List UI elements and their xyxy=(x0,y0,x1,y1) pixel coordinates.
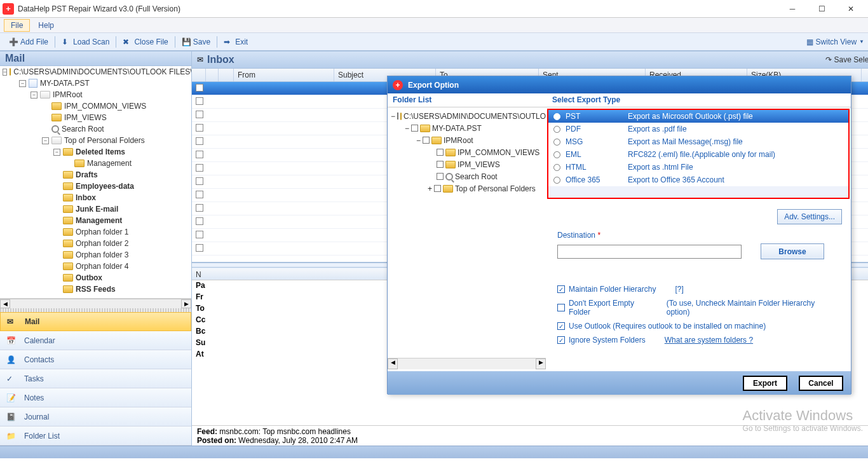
row-checkbox[interactable] xyxy=(196,177,203,185)
minimize-button[interactable]: ─ xyxy=(778,0,807,18)
save-button[interactable]: 💾Save xyxy=(177,35,215,49)
export-type-pdf[interactable]: PDFExport as .pdf file xyxy=(548,123,848,135)
column-header[interactable] xyxy=(206,69,219,81)
tree-node[interactable]: Inbox xyxy=(0,192,191,203)
row-checkbox[interactable] xyxy=(196,137,203,145)
radio-button[interactable] xyxy=(553,113,560,120)
tree-node[interactable]: Orphan folder 1 xyxy=(0,226,191,238)
node-checkbox[interactable] xyxy=(437,173,444,180)
row-checkbox[interactable] xyxy=(196,231,203,238)
nav-mail[interactable]: ✉Mail xyxy=(0,312,191,331)
nav-contacts[interactable]: 👤Contacts xyxy=(0,350,191,369)
expand-toggle[interactable]: − xyxy=(42,137,49,144)
radio-button[interactable] xyxy=(553,164,560,171)
node-checkbox[interactable] xyxy=(434,185,441,192)
expand-toggle[interactable]: + xyxy=(428,184,432,193)
modal-tree-h-scrollbar[interactable]: ◀▶ xyxy=(388,358,546,369)
tree-node[interactable]: −IPMRoot xyxy=(0,89,191,100)
menu-file[interactable]: File xyxy=(4,19,30,32)
row-checkbox[interactable] xyxy=(196,164,203,172)
export-type-html[interactable]: HTMLExport as .html File xyxy=(548,161,848,174)
nav-calendar[interactable]: 📅Calendar xyxy=(0,331,191,350)
tree-node[interactable]: Outbox xyxy=(0,272,191,283)
tree-node[interactable]: Orphan folder 4 xyxy=(0,261,191,272)
destination-input[interactable] xyxy=(557,245,742,259)
tree-node[interactable]: Orphan folder 3 xyxy=(0,249,191,261)
export-tree-node[interactable]: Search Root xyxy=(389,170,545,182)
row-checkbox[interactable] xyxy=(196,97,203,105)
export-type-pst[interactable]: PSTExport as Microsoft Outlook (.pst) fi… xyxy=(548,110,848,123)
maintain-hierarchy-checkbox[interactable] xyxy=(557,285,565,293)
tree-node[interactable]: −Top of Personal Folders xyxy=(0,135,191,146)
tree-node[interactable]: IPM_VIEWS xyxy=(0,112,191,123)
nav-journal[interactable]: 📓Journal xyxy=(0,407,191,426)
column-header[interactable] xyxy=(192,69,206,81)
tree-node[interactable]: Junk E-mail xyxy=(0,203,191,215)
radio-button[interactable] xyxy=(553,139,560,146)
close-file-button[interactable]: ✖Close File xyxy=(118,35,173,49)
expand-toggle[interactable]: − xyxy=(19,80,26,87)
folder-tree[interactable]: −C:\USERS\ADMIN\DOCUMENTS\OUTLOOK FILES\… xyxy=(0,66,191,299)
node-checkbox[interactable] xyxy=(437,149,444,156)
tree-node[interactable]: Search Root xyxy=(0,123,191,135)
node-checkbox[interactable] xyxy=(423,137,430,144)
expand-toggle[interactable]: − xyxy=(405,124,409,133)
row-checkbox[interactable] xyxy=(196,84,203,92)
save-selected-button[interactable]: ↷Save Selected xyxy=(825,55,868,64)
cancel-button[interactable]: Cancel xyxy=(799,376,843,391)
tree-node[interactable]: Employees-data xyxy=(0,181,191,192)
row-checkbox[interactable] xyxy=(196,124,203,132)
column-header[interactable]: From xyxy=(234,69,334,81)
maximize-button[interactable]: ☐ xyxy=(807,0,836,18)
row-checkbox[interactable] xyxy=(196,244,203,252)
load-scan-button[interactable]: ⬇Load Scan xyxy=(57,35,114,49)
system-folders-link[interactable]: What are system folders ? xyxy=(665,336,753,345)
adv-settings-button[interactable]: Adv. Settings... xyxy=(777,209,842,224)
nav-tasks[interactable]: ✓Tasks xyxy=(0,369,191,388)
ignore-system-folders-checkbox[interactable] xyxy=(557,336,565,344)
dont-export-empty-checkbox[interactable] xyxy=(557,304,565,311)
expand-toggle[interactable]: − xyxy=(3,69,7,76)
expand-toggle[interactable]: − xyxy=(31,92,37,99)
column-header[interactable] xyxy=(219,69,234,81)
row-checkbox[interactable] xyxy=(196,191,203,198)
radio-button[interactable] xyxy=(553,126,560,133)
expand-toggle[interactable]: − xyxy=(53,149,60,156)
export-tree-node[interactable]: −C:\USERS\ADMIN\DOCUMENTS\OUTLOOK FILES\… xyxy=(389,110,545,122)
row-checkbox[interactable] xyxy=(196,151,203,158)
tree-node[interactable]: −Deleted Items xyxy=(0,146,191,158)
tree-node[interactable]: Orphan folder 2 xyxy=(0,238,191,249)
radio-button[interactable] xyxy=(553,151,560,158)
nav-notes[interactable]: 📝Notes xyxy=(0,388,191,407)
node-checkbox[interactable] xyxy=(397,113,398,119)
exit-button[interactable]: ➡Exit xyxy=(219,35,253,49)
expand-toggle[interactable]: − xyxy=(416,136,421,145)
add-file-button[interactable]: ➕Add File xyxy=(4,35,53,49)
export-button[interactable]: Export xyxy=(743,376,787,391)
radio-button[interactable] xyxy=(553,177,560,184)
export-tree-node[interactable]: +Top of Personal Folders xyxy=(389,182,545,194)
export-tree-node[interactable]: IPM_COMMON_VIEWS xyxy=(389,146,545,158)
tree-node[interactable]: IPM_COMMON_VIEWS xyxy=(0,100,191,112)
tree-node[interactable]: RSS Feeds xyxy=(0,283,191,295)
export-type-msg[interactable]: MSGExport as Mail Message(.msg) file xyxy=(548,135,848,148)
switch-view-dropdown[interactable]: ▦Switch View▼ xyxy=(806,38,864,46)
export-tree-node[interactable]: IPM_VIEWS xyxy=(389,158,545,170)
browse-button[interactable]: Browse xyxy=(761,243,824,259)
node-checkbox[interactable] xyxy=(437,161,444,168)
tree-node[interactable]: −MY-DATA.PST xyxy=(0,78,191,89)
tree-h-scrollbar[interactable]: ◀▶ xyxy=(0,299,191,308)
menu-help[interactable]: Help xyxy=(31,19,61,32)
nav-folder-list[interactable]: 📁Folder List xyxy=(0,426,191,446)
tree-node[interactable]: Management xyxy=(0,158,191,169)
row-checkbox[interactable] xyxy=(196,111,203,118)
node-checkbox[interactable] xyxy=(411,125,418,132)
expand-toggle[interactable]: − xyxy=(391,112,395,121)
use-outlook-checkbox[interactable] xyxy=(557,322,565,330)
help-link[interactable]: [?] xyxy=(675,285,683,294)
close-button[interactable]: ✕ xyxy=(836,0,865,18)
export-type-office-365[interactable]: Office 365Export to Office 365 Account xyxy=(548,174,848,186)
row-checkbox[interactable] xyxy=(196,204,203,212)
export-folder-tree[interactable]: −C:\USERS\ADMIN\DOCUMENTS\OUTLOOK FILES\… xyxy=(388,107,546,358)
row-checkbox[interactable] xyxy=(196,217,203,225)
